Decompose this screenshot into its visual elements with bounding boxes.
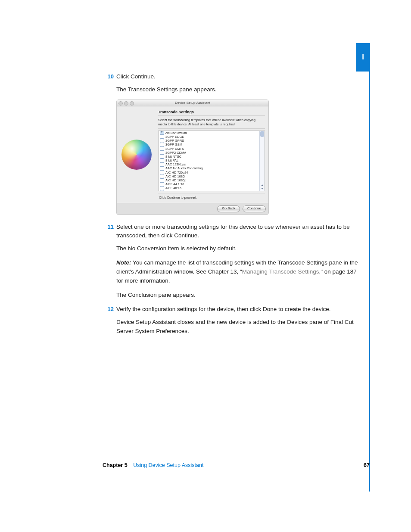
cross-reference-link[interactable]: Managing Transcode Settings — [242, 268, 319, 275]
step-11: 11 Select one or more transcoding settin… — [116, 223, 360, 240]
window-titlebar: Device Setup Assistant — [117, 100, 268, 106]
continue-button[interactable]: Continue — [243, 205, 266, 212]
list-item[interactable]: 3GPP GSM — [159, 143, 265, 146]
button-row: Go Back Continue — [117, 203, 268, 215]
list-item-label: AIC HD 720p24 — [165, 171, 188, 174]
list-item-label: AIFF 48:16 — [165, 186, 181, 190]
list-item-label: AIC HD 1080i — [165, 174, 185, 178]
step-number: 12 — [106, 305, 114, 314]
list-item[interactable]: AIFF 48:16 — [159, 186, 265, 190]
sphere-icon — [121, 140, 152, 170]
checkbox[interactable]: ✔ — [160, 131, 164, 135]
section-rule — [369, 72, 370, 492]
list-item-label: 8-bit PAL — [165, 159, 178, 162]
scroll-up-icon[interactable]: ▲ — [260, 183, 265, 187]
list-item-label: No Conversion — [165, 131, 187, 135]
checkbox[interactable] — [160, 174, 164, 178]
content-column: 10 Click Continue. The Transcode Setting… — [116, 72, 360, 341]
step-number: 10 — [106, 72, 114, 81]
list-item-label: 3GPP UMTS — [165, 147, 184, 151]
list-item[interactable]: AIFF 44.1:16 — [159, 182, 265, 186]
scroll-down-icon[interactable]: ▼ — [260, 187, 265, 191]
step-11-note: Note: You can manage the list of transco… — [116, 258, 360, 286]
step-text: Select one or more transcoding settings … — [116, 224, 350, 239]
step-number: 11 — [106, 223, 114, 231]
step-10-followup: The Transcode Settings pane appears. — [116, 85, 360, 94]
step-12: 12 Verify the configuration settings for… — [116, 305, 360, 314]
list-item-label: AAC for Audio Podcasting — [165, 166, 202, 170]
list-item-label: 3GPP EDGE — [165, 135, 184, 139]
list-item[interactable]: AAC 128Kbps — [159, 162, 265, 166]
section-tab: I — [356, 43, 370, 72]
pane: Transcode Settings Select the transcodin… — [156, 106, 268, 203]
sidebar-art — [117, 106, 156, 203]
pane-hint: Click Continue to proceed. — [158, 193, 265, 200]
list-item[interactable]: AIC HD 1080p — [159, 178, 265, 182]
step-11-p1: The No Conversion item is selected by de… — [116, 244, 360, 253]
list-item-label: 3GPP GPRS — [165, 139, 184, 143]
list-item-label: AAC 128Kbps — [165, 162, 186, 166]
checkbox[interactable] — [160, 134, 164, 139]
step-11-p2: The Conclusion pane appears. — [116, 291, 360, 300]
window-body: Transcode Settings Select the transcodin… — [117, 106, 268, 203]
list-item-label: 3GPP2 CDMA — [165, 151, 186, 155]
traffic-lights — [118, 101, 134, 106]
step-text: Click Continue. — [116, 73, 156, 80]
chapter-label: Chapter 5 — [103, 462, 128, 468]
transcode-template-list[interactable]: ✔No Conversion3GPP EDGE3GPP GPRS3GPP GSM… — [158, 131, 265, 191]
footer-left: Chapter 5 Using Device Setup Assistant — [103, 462, 203, 468]
list-item-label: 8-bit NTSC — [165, 155, 181, 159]
list-item-label: AIFF 48:24 — [165, 190, 181, 191]
note-label: Note: — [116, 259, 131, 266]
list-item[interactable]: 3GPP UMTS — [159, 146, 265, 150]
page-footer: Chapter 5 Using Device Setup Assistant 6… — [103, 462, 370, 468]
step-12-p1: Device Setup Assistant closes and the ne… — [116, 318, 360, 336]
close-icon[interactable] — [118, 101, 123, 106]
checkbox[interactable] — [160, 154, 164, 159]
window-title: Device Setup Assistant — [175, 101, 210, 105]
list-item-label: 3GPP GSM — [165, 143, 182, 146]
list-item[interactable]: AIC HD 1080i — [159, 174, 265, 178]
list-item[interactable]: 3GPP GPRS — [159, 139, 265, 143]
checkbox[interactable] — [160, 190, 164, 191]
list-item-label: AIFF 44.1:16 — [165, 182, 184, 186]
scrollbar[interactable]: ▲ ▼ — [259, 131, 265, 191]
step-text: Verify the configuration settings for th… — [116, 306, 331, 312]
device-setup-assistant-window: Device Setup Assistant Transcode Setting… — [116, 100, 269, 215]
go-back-button[interactable]: Go Back — [217, 205, 240, 212]
step-10: 10 Click Continue. — [116, 72, 360, 81]
list-item[interactable]: 3GPP EDGE — [159, 135, 265, 139]
list-item[interactable]: AAC for Audio Podcasting — [159, 166, 265, 170]
list-item-label: AIC HD 1080p — [165, 178, 186, 182]
chapter-title: Using Device Setup Assistant — [133, 462, 203, 468]
zoom-icon[interactable] — [130, 101, 134, 106]
pane-instruction: Select the transcoding templates that wi… — [158, 116, 265, 129]
pane-title: Transcode Settings — [158, 108, 265, 116]
list-item[interactable]: AIFF 48:24 — [159, 190, 265, 191]
list-item[interactable]: 8-bit NTSC — [159, 155, 265, 159]
minimize-icon[interactable] — [124, 101, 128, 106]
page-number: 67 — [364, 462, 370, 468]
list-item[interactable]: 3GPP2 CDMA — [159, 151, 265, 155]
document-page: I 10 Click Continue. The Transcode Setti… — [0, 0, 411, 532]
scroll-thumb[interactable] — [260, 131, 264, 137]
list-item[interactable]: ✔No Conversion — [159, 131, 265, 135]
list-item[interactable]: 8-bit PAL — [159, 159, 265, 162]
list-item[interactable]: AIC HD 720p24 — [159, 171, 265, 174]
